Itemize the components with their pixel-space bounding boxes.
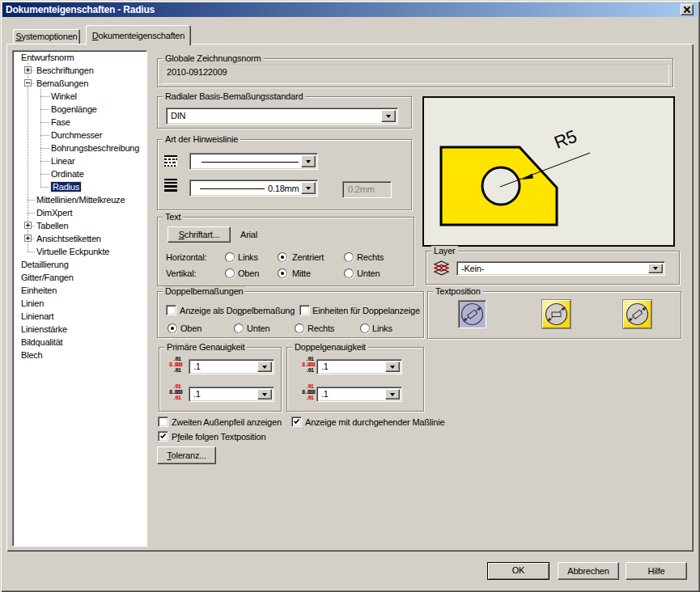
svg-text:R5: R5 — [551, 126, 579, 153]
